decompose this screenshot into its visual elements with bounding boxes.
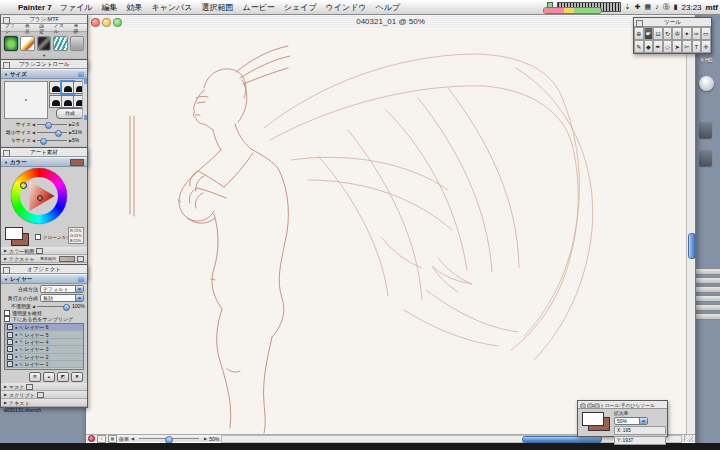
brush-tool[interactable]: ✎ <box>634 40 644 53</box>
shape-tool[interactable]: ◇ <box>663 40 673 53</box>
window-buttons[interactable] <box>580 403 600 409</box>
menu-help[interactable]: ヘルプ <box>376 2 401 13</box>
desktop-app-icon[interactable] <box>699 150 712 166</box>
text-tool[interactable]: T <box>692 40 702 53</box>
dropper-tool[interactable]: ✑ <box>692 27 702 40</box>
slider-arrow-left[interactable]: ◀ <box>32 130 35 135</box>
menu-edit[interactable]: 編集 <box>102 2 118 13</box>
scripts-section-row[interactable]: スクリプト <box>1 391 87 399</box>
disk-image-icon[interactable] <box>699 76 714 91</box>
info-icon[interactable]: i <box>97 435 106 443</box>
color-variability-row[interactable]: カラー範囲 <box>1 247 87 255</box>
row-close-icon[interactable] <box>77 256 84 262</box>
primary-color-swatch[interactable] <box>582 412 604 426</box>
pen-tool[interactable]: ✒ <box>653 40 663 53</box>
palette-scrollbar[interactable] <box>82 79 87 120</box>
texture-row[interactable]: テクスチャ 基本紙目 <box>1 255 87 263</box>
brush-category-icon[interactable] <box>4 36 18 51</box>
vertical-scroll-thumb[interactable] <box>688 233 696 259</box>
layer-row[interactable]: ✓●✎レイヤー 1 <box>5 361 83 368</box>
shape-select-tool[interactable]: ➤ <box>672 40 682 53</box>
hue-ring[interactable] <box>11 168 67 224</box>
color-section-header[interactable]: カラー <box>1 157 87 167</box>
build-button[interactable]: 作成 <box>56 108 84 119</box>
battery-menu-icon[interactable]: ▮ <box>674 0 678 14</box>
menu-effects[interactable]: 効果 <box>127 2 143 13</box>
menu-window[interactable]: ウインドウ <box>326 2 367 13</box>
paint-bucket-tool[interactable]: ◆ <box>644 40 654 53</box>
layer-row[interactable]: ✓●✎レイヤー 6 <box>5 324 83 331</box>
pickup-underlying-checkbox[interactable] <box>4 316 10 322</box>
volume-menu-icon[interactable]: ♪ <box>655 0 659 14</box>
menu-movie[interactable]: ムービー <box>242 2 274 13</box>
app-menu[interactable]: Painter 7 <box>18 3 52 12</box>
mask-section-row[interactable]: マスク <box>1 383 87 391</box>
rotate-page-tool[interactable]: ↻ <box>663 27 673 40</box>
layer-adjuster-tool[interactable]: ✛ <box>701 40 711 53</box>
menu-shapes[interactable]: シェイプ <box>284 2 317 13</box>
menu-clock[interactable]: 23:23 <box>682 3 702 12</box>
plus-menu-icon[interactable]: ✚ <box>635 0 641 14</box>
objects-title-bar[interactable]: オブジェクト <box>1 265 87 274</box>
grabber-tool[interactable]: ☛ <box>644 27 654 40</box>
displays-menu-icon[interactable]: ▦ <box>645 0 652 14</box>
delete-layer-button[interactable]: ✖ <box>71 372 83 382</box>
magnifier-tool[interactable]: ⊕ <box>634 27 644 40</box>
min-size-slider[interactable] <box>37 132 67 133</box>
visibility-icon[interactable]: ● <box>15 325 17 330</box>
zoom-window-button[interactable] <box>113 18 122 27</box>
slider-arrow-left[interactable]: ◀ <box>32 122 35 127</box>
layers-section-header[interactable]: レイヤー <box>1 274 87 284</box>
close-icon[interactable] <box>3 17 10 24</box>
crop-tool[interactable]: ⊡ <box>653 27 663 40</box>
zoom-slider[interactable] <box>139 438 199 439</box>
hard-disk-label[interactable]: h HD <box>701 57 712 63</box>
pct-size-slider[interactable] <box>37 140 67 141</box>
zoom-decrease-arrow[interactable]: ◀ <box>131 436 134 441</box>
visibility-icon[interactable]: ● <box>15 362 17 367</box>
close-icon[interactable] <box>636 20 643 27</box>
window-resize-handle[interactable] <box>684 435 693 442</box>
vertical-scrollbar[interactable] <box>686 28 695 434</box>
brush-category-icon[interactable] <box>20 36 34 51</box>
primary-color-swatch[interactable] <box>5 227 23 240</box>
canvas[interactable] <box>86 28 687 434</box>
row-close-icon[interactable] <box>36 248 43 254</box>
group-layers-button[interactable]: ▴ <box>43 372 55 382</box>
layer-row[interactable]: ✓●✎レイヤー 4 <box>5 339 83 346</box>
brush-category-icon[interactable] <box>53 36 67 51</box>
row-close-icon[interactable] <box>26 384 33 390</box>
sync-menu-icon[interactable]: ⇣ <box>625 0 631 14</box>
art-materials-title-bar[interactable]: アート素材 <box>1 148 87 157</box>
brush-palette-title-bar[interactable]: ブラシ:MTF <box>1 15 87 24</box>
layer-row[interactable]: ✓●✎レイヤー 2 <box>5 354 83 361</box>
brush-controls-title-bar[interactable]: ブラシコントロール <box>1 60 87 69</box>
layer-mask-button[interactable]: ◩ <box>57 372 69 382</box>
desktop-app-icon[interactable] <box>699 122 712 138</box>
magnification-popup[interactable]: 50%◂▸ <box>614 417 648 425</box>
document-title-bar[interactable]: 040321_01 @ 50% <box>86 15 695 29</box>
text-section-row[interactable]: テキスト <box>1 399 87 407</box>
size-slider[interactable] <box>37 124 67 125</box>
slider-arrow-left[interactable]: ◀ <box>32 138 35 143</box>
color-wheel[interactable] <box>1 167 87 225</box>
layer-row[interactable]: ✓●✎レイヤー 5 <box>5 331 83 338</box>
brush-category-icon[interactable] <box>70 36 84 51</box>
menu-user[interactable]: mtf <box>706 3 718 12</box>
tool-palette-title-bar[interactable]: ツール <box>634 18 711 27</box>
visibility-icon[interactable]: ● <box>15 347 17 352</box>
zoom-increase-arrow[interactable]: ▶ <box>204 436 207 441</box>
slider-arrow-left[interactable]: ◀ <box>32 304 35 309</box>
visibility-icon[interactable]: ● <box>15 354 17 359</box>
lasso-tool[interactable]: ✇ <box>672 27 682 40</box>
clone-color-checkbox[interactable] <box>35 234 41 240</box>
page-icon[interactable]: ▦ <box>108 435 117 443</box>
menu-file[interactable]: ファイル <box>60 2 93 13</box>
composite-method-popup[interactable]: デフォルト◂▸ <box>40 285 84 293</box>
brush-category-icon[interactable] <box>37 36 51 51</box>
composite-depth-popup[interactable]: 無効◂▸ <box>40 294 84 302</box>
canvas-layer-row[interactable]: ●キャンバス <box>5 368 83 370</box>
size-section-header[interactable]: サイズ <box>1 69 87 79</box>
magic-wand-tool[interactable]: ✦ <box>682 27 692 40</box>
visibility-icon[interactable]: ● <box>15 369 17 370</box>
